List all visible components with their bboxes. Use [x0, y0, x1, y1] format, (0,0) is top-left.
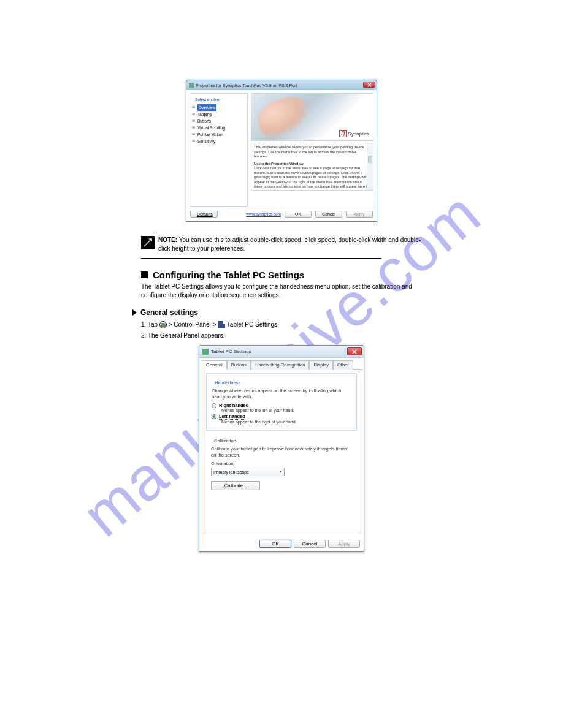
cancel-button[interactable]: Cancel [315, 211, 342, 218]
radio-icon [212, 414, 216, 419]
subsection-title: General settings [140, 308, 198, 317]
close-button[interactable] [347, 347, 362, 355]
apply-button[interactable]: Apply [328, 540, 360, 548]
app-icon [202, 349, 209, 355]
synaptics-logo-text: Synaptics [348, 131, 369, 137]
close-button[interactable] [363, 82, 375, 88]
calibrate-button[interactable]: Calibrate... [211, 481, 260, 490]
radio-description: Menus appear to the left of your hand. [221, 408, 351, 412]
group-description: Change where menus appear on the screen … [212, 388, 351, 400]
info-heading: Using the Properties Window [254, 162, 370, 167]
info-paragraph: Click on a feature in the menu tree to s… [254, 166, 370, 191]
window-title: Tablet PC Settings [211, 349, 251, 354]
ok-button[interactable]: OK [285, 211, 312, 218]
tree-item[interactable]: Sensitivity [192, 138, 245, 145]
tablet-pc-window: Tablet PC Settings General Buttons Handw… [199, 345, 364, 552]
radio-icon [212, 403, 216, 408]
note-icon [141, 236, 155, 249]
orientation-combobox[interactable]: Primary landscape ▾ [211, 468, 285, 476]
orientation-label: Orientation: [211, 461, 352, 466]
titlebar: Tablet PC Settings [199, 346, 364, 358]
tab-buttons[interactable]: Buttons [227, 360, 251, 370]
window-footer: OK Cancel Apply [199, 537, 364, 551]
tree-item[interactable]: Pointer Motion [192, 131, 245, 138]
tab-general[interactable]: General [202, 360, 227, 370]
tree-group: Select an item Overview Tapping Buttons … [190, 93, 248, 207]
tab-page: Handedness Change where menus appear on … [202, 369, 361, 534]
titlebar: Properties for Synaptics TouchPad V5.9 o… [186, 80, 377, 90]
divider [141, 258, 381, 259]
radio-left-handed[interactable]: Left-handed [212, 414, 351, 420]
handedness-group: Handedness Change where menus appear on … [206, 373, 357, 431]
combobox-value: Primary landscape [213, 470, 249, 474]
radio-description: Menus appear to the right of your hand. [221, 420, 351, 424]
section-title: Configuring the Tablet PC Settings [153, 270, 304, 280]
note-text: NOTE: You can use this to adjust double-… [158, 236, 422, 253]
radio-right-handed[interactable]: Right-handed [212, 403, 351, 408]
close-icon [367, 83, 372, 87]
scrollbar-thumb[interactable] [368, 156, 372, 163]
group-label: Calibration [212, 438, 238, 444]
divider [155, 233, 381, 233]
cancel-button[interactable]: Cancel [294, 540, 326, 548]
note-heading: NOTE: [158, 237, 177, 243]
step-1: 1. Tap > Control Panel > Tablet PC Setti… [141, 319, 422, 330]
synaptics-logo-icon: () [339, 130, 347, 137]
document-page: Properties for Synaptics TouchPad V5.9 o… [0, 0, 563, 552]
radio-label: Left-handed [219, 414, 245, 420]
chevron-down-icon: ▾ [280, 469, 282, 474]
group-label: Handedness [213, 380, 242, 385]
group-label: Select an item [194, 96, 221, 103]
tab-bar: General Buttons Handwriting Recognition … [199, 358, 364, 369]
subsection-arrow-icon [132, 309, 137, 316]
synaptics-link[interactable]: www.synaptics.com [246, 212, 281, 216]
defaults-button[interactable]: Defaults [190, 211, 218, 218]
window-footer: Defaults www.synaptics.com OK Cancel App… [186, 207, 377, 221]
info-paragraph: This Properties window allows you to per… [254, 145, 370, 159]
apply-button[interactable]: Apply [346, 211, 373, 218]
tree-item[interactable]: Buttons [192, 118, 245, 124]
tab-display[interactable]: Display [309, 360, 333, 370]
windows-start-icon [159, 321, 167, 328]
tree-item[interactable]: Overview [192, 104, 245, 111]
tree-item[interactable]: Virtual Scrolling [192, 124, 245, 131]
close-icon [352, 349, 357, 354]
tablet-settings-icon [218, 321, 225, 328]
synaptics-logo: () Synaptics [339, 130, 369, 137]
tree-item[interactable]: Tapping [192, 111, 245, 118]
steps: 1. Tap > Control Panel > Tablet PC Setti… [141, 319, 422, 341]
tab-other[interactable]: Other [333, 360, 353, 370]
window-title: Properties for Synaptics TouchPad V5.9 o… [196, 83, 297, 88]
info-box: This Properties window allows you to per… [251, 143, 373, 191]
step-2: 2. The General Panel appears. [141, 330, 422, 341]
app-icon [189, 83, 194, 88]
scrollbar[interactable] [367, 143, 373, 190]
section-body: The Tablet PC Settings allows you to con… [141, 282, 422, 300]
synaptics-window: Properties for Synaptics TouchPad V5.9 o… [186, 80, 377, 222]
ok-button[interactable]: OK [259, 540, 291, 548]
section-bullet-icon [141, 271, 148, 278]
preview-image: () Synaptics [251, 93, 373, 141]
tab-handwriting[interactable]: Handwriting Recognition [251, 360, 309, 370]
group-description: Calibrate your tablet pen to improve how… [211, 446, 352, 458]
radio-label: Right-handed [219, 403, 248, 408]
calibration-group: Calibration Calibrate your tablet pen to… [206, 436, 357, 495]
